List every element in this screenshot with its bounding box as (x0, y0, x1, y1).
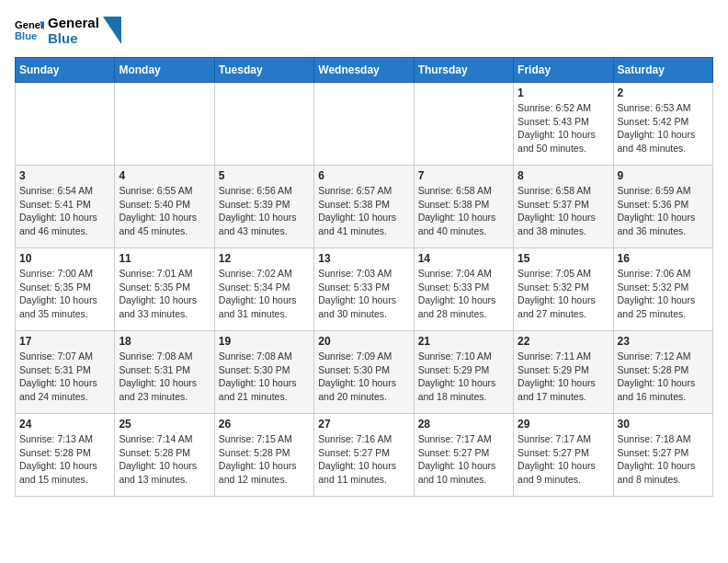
calendar-cell: 27Sunrise: 7:16 AM Sunset: 5:27 PM Dayli… (314, 414, 414, 497)
calendar-cell (115, 83, 214, 166)
day-number: 3 (19, 169, 110, 182)
day-number: 15 (518, 252, 609, 265)
calendar-cell: 30Sunrise: 7:18 AM Sunset: 5:27 PM Dayli… (613, 414, 712, 497)
day-info: Sunrise: 7:02 AM Sunset: 5:34 PM Dayligh… (219, 267, 310, 321)
calendar-cell: 1Sunrise: 6:52 AM Sunset: 5:43 PM Daylig… (514, 83, 613, 166)
calendar-week-3: 10Sunrise: 7:00 AM Sunset: 5:35 PM Dayli… (16, 248, 713, 331)
calendar-cell (214, 83, 313, 166)
calendar-cell: 28Sunrise: 7:17 AM Sunset: 5:27 PM Dayli… (414, 414, 513, 497)
calendar-cell: 16Sunrise: 7:06 AM Sunset: 5:32 PM Dayli… (613, 248, 712, 331)
calendar-cell: 2Sunrise: 6:53 AM Sunset: 5:42 PM Daylig… (613, 83, 712, 166)
day-number: 8 (518, 169, 609, 182)
calendar-cell: 3Sunrise: 6:54 AM Sunset: 5:41 PM Daylig… (16, 166, 115, 248)
day-number: 9 (618, 169, 709, 182)
header-thursday: Thursday (414, 58, 513, 83)
day-info: Sunrise: 7:01 AM Sunset: 5:35 PM Dayligh… (119, 267, 210, 321)
svg-text:Blue: Blue (15, 30, 37, 41)
day-number: 16 (618, 252, 709, 265)
day-info: Sunrise: 7:04 AM Sunset: 5:33 PM Dayligh… (418, 267, 509, 321)
logo-general: General (48, 15, 99, 30)
day-info: Sunrise: 7:03 AM Sunset: 5:33 PM Dayligh… (318, 267, 409, 321)
calendar-cell (414, 83, 513, 166)
day-info: Sunrise: 6:54 AM Sunset: 5:41 PM Dayligh… (19, 184, 110, 238)
day-number: 13 (318, 252, 409, 265)
calendar-cell: 10Sunrise: 7:00 AM Sunset: 5:35 PM Dayli… (16, 248, 115, 331)
calendar-cell: 14Sunrise: 7:04 AM Sunset: 5:33 PM Dayli… (414, 248, 513, 331)
header-friday: Friday (514, 58, 613, 83)
day-info: Sunrise: 7:17 AM Sunset: 5:27 PM Dayligh… (518, 432, 609, 487)
calendar-cell (16, 83, 115, 166)
calendar-cell: 7Sunrise: 6:58 AM Sunset: 5:38 PM Daylig… (414, 166, 513, 248)
day-number: 18 (119, 335, 210, 348)
day-info: Sunrise: 6:56 AM Sunset: 5:39 PM Dayligh… (219, 184, 310, 238)
day-number: 20 (318, 335, 409, 348)
calendar-cell: 11Sunrise: 7:01 AM Sunset: 5:35 PM Dayli… (115, 248, 214, 331)
header-saturday: Saturday (613, 58, 712, 83)
day-number: 12 (219, 252, 310, 265)
day-info: Sunrise: 7:10 AM Sunset: 5:29 PM Dayligh… (418, 350, 509, 404)
calendar-cell: 9Sunrise: 6:59 AM Sunset: 5:36 PM Daylig… (613, 166, 712, 248)
calendar-cell: 15Sunrise: 7:05 AM Sunset: 5:32 PM Dayli… (514, 248, 613, 331)
day-number: 1 (518, 86, 609, 99)
day-info: Sunrise: 7:12 AM Sunset: 5:28 PM Dayligh… (618, 350, 709, 404)
day-number: 5 (219, 169, 310, 182)
day-info: Sunrise: 6:52 AM Sunset: 5:43 PM Dayligh… (518, 101, 609, 155)
day-info: Sunrise: 7:07 AM Sunset: 5:31 PM Dayligh… (19, 350, 110, 404)
calendar-week-1: 1Sunrise: 6:52 AM Sunset: 5:43 PM Daylig… (16, 83, 713, 166)
calendar-cell: 29Sunrise: 7:17 AM Sunset: 5:27 PM Dayli… (514, 414, 613, 497)
calendar-week-5: 24Sunrise: 7:13 AM Sunset: 5:28 PM Dayli… (16, 414, 713, 497)
logo-icon: General Blue (15, 16, 44, 45)
calendar-cell: 26Sunrise: 7:15 AM Sunset: 5:28 PM Dayli… (214, 414, 313, 497)
day-number: 25 (119, 418, 210, 431)
calendar-cell: 6Sunrise: 6:57 AM Sunset: 5:38 PM Daylig… (314, 166, 414, 248)
calendar-cell: 17Sunrise: 7:07 AM Sunset: 5:31 PM Dayli… (16, 331, 115, 414)
day-info: Sunrise: 7:00 AM Sunset: 5:35 PM Dayligh… (19, 267, 110, 321)
calendar-table: SundayMondayTuesdayWednesdayThursdayFrid… (15, 57, 713, 497)
day-info: Sunrise: 7:09 AM Sunset: 5:30 PM Dayligh… (318, 350, 409, 404)
calendar-cell: 19Sunrise: 7:08 AM Sunset: 5:30 PM Dayli… (214, 331, 313, 414)
calendar-week-4: 17Sunrise: 7:07 AM Sunset: 5:31 PM Dayli… (16, 331, 713, 414)
day-info: Sunrise: 6:55 AM Sunset: 5:40 PM Dayligh… (119, 184, 210, 238)
day-info: Sunrise: 6:53 AM Sunset: 5:42 PM Dayligh… (618, 101, 709, 155)
day-number: 22 (518, 335, 609, 348)
day-info: Sunrise: 7:17 AM Sunset: 5:27 PM Dayligh… (418, 432, 509, 487)
day-info: Sunrise: 6:58 AM Sunset: 5:37 PM Dayligh… (518, 184, 609, 238)
calendar-cell (314, 83, 414, 166)
calendar-cell: 21Sunrise: 7:10 AM Sunset: 5:29 PM Dayli… (414, 331, 513, 414)
calendar-cell: 22Sunrise: 7:11 AM Sunset: 5:29 PM Dayli… (514, 331, 613, 414)
day-info: Sunrise: 7:18 AM Sunset: 5:27 PM Dayligh… (618, 432, 709, 487)
logo: General Blue General Blue (15, 15, 121, 46)
day-number: 30 (618, 418, 709, 431)
header-monday: Monday (115, 58, 214, 83)
header-wednesday: Wednesday (314, 58, 414, 83)
logo-blue: Blue (48, 30, 99, 46)
day-info: Sunrise: 6:57 AM Sunset: 5:38 PM Dayligh… (318, 184, 409, 238)
day-info: Sunrise: 7:06 AM Sunset: 5:32 PM Dayligh… (618, 267, 709, 321)
calendar-cell: 4Sunrise: 6:55 AM Sunset: 5:40 PM Daylig… (115, 166, 214, 248)
day-info: Sunrise: 6:58 AM Sunset: 5:38 PM Dayligh… (418, 184, 509, 238)
svg-marker-3 (103, 17, 121, 44)
day-number: 10 (19, 252, 110, 265)
day-number: 11 (119, 252, 210, 265)
calendar-cell: 25Sunrise: 7:14 AM Sunset: 5:28 PM Dayli… (115, 414, 214, 497)
calendar-week-2: 3Sunrise: 6:54 AM Sunset: 5:41 PM Daylig… (16, 166, 713, 248)
day-number: 6 (318, 169, 409, 182)
calendar-cell: 5Sunrise: 6:56 AM Sunset: 5:39 PM Daylig… (214, 166, 313, 248)
day-number: 28 (418, 418, 509, 431)
logo-arrow-icon (103, 17, 121, 44)
calendar-cell: 20Sunrise: 7:09 AM Sunset: 5:30 PM Dayli… (314, 331, 414, 414)
calendar-cell: 13Sunrise: 7:03 AM Sunset: 5:33 PM Dayli… (314, 248, 414, 331)
day-number: 24 (19, 418, 110, 431)
day-number: 26 (219, 418, 310, 431)
day-info: Sunrise: 7:15 AM Sunset: 5:28 PM Dayligh… (219, 432, 310, 487)
day-number: 19 (219, 335, 310, 348)
day-info: Sunrise: 7:08 AM Sunset: 5:30 PM Dayligh… (219, 350, 310, 404)
calendar-cell: 23Sunrise: 7:12 AM Sunset: 5:28 PM Dayli… (613, 331, 712, 414)
calendar-header-row: SundayMondayTuesdayWednesdayThursdayFrid… (16, 58, 713, 83)
day-number: 4 (119, 169, 210, 182)
svg-text:General: General (15, 19, 44, 30)
calendar-cell: 18Sunrise: 7:08 AM Sunset: 5:31 PM Dayli… (115, 331, 214, 414)
day-info: Sunrise: 7:11 AM Sunset: 5:29 PM Dayligh… (518, 350, 609, 404)
day-info: Sunrise: 7:13 AM Sunset: 5:28 PM Dayligh… (19, 432, 110, 487)
day-number: 27 (318, 418, 409, 431)
